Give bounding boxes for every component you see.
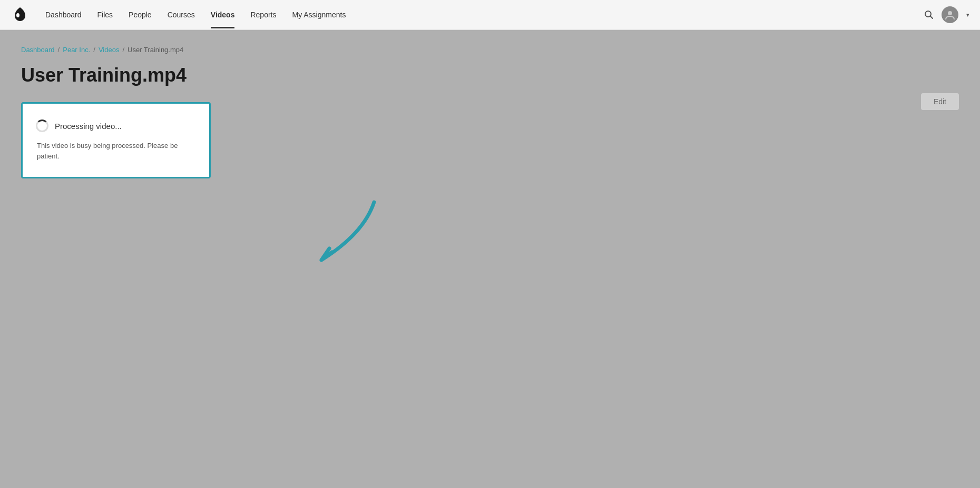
nav-links: Dashboard Files People Courses Videos Re…	[45, 1, 924, 28]
loading-spinner	[36, 119, 48, 132]
svg-point-3	[948, 11, 952, 15]
breadcrumb: Dashboard / Pear Inc. / Videos / User Tr…	[21, 46, 959, 54]
breadcrumb-sep-1: /	[58, 46, 60, 54]
app-logo[interactable]	[11, 5, 30, 24]
breadcrumb-videos[interactable]: Videos	[99, 46, 120, 54]
nav-dashboard[interactable]: Dashboard	[45, 1, 82, 28]
user-menu-chevron[interactable]: ▾	[966, 12, 969, 18]
search-button[interactable]	[924, 10, 934, 19]
video-area: Processing video... This video is busy b…	[21, 102, 211, 178]
nav-reports[interactable]: Reports	[250, 1, 276, 28]
edit-button[interactable]: Edit	[921, 93, 959, 110]
processing-description: This video is busy being processed. Plea…	[36, 141, 196, 161]
breadcrumb-org[interactable]: Pear Inc.	[63, 46, 90, 54]
svg-line-2	[930, 16, 933, 19]
processing-title: Processing video...	[55, 122, 122, 131]
processing-header: Processing video...	[36, 119, 196, 132]
nav-files[interactable]: Files	[97, 1, 113, 28]
nav-videos[interactable]: Videos	[211, 1, 235, 28]
nav-courses[interactable]: Courses	[168, 1, 195, 28]
navbar: Dashboard Files People Courses Videos Re…	[0, 0, 980, 30]
svg-point-0	[16, 13, 19, 17]
nav-people[interactable]: People	[129, 1, 152, 28]
search-icon	[924, 10, 934, 19]
arrow-annotation	[269, 192, 390, 286]
breadcrumb-sep-2: /	[93, 46, 95, 54]
breadcrumb-sep-3: /	[122, 46, 124, 54]
video-processing-box: Processing video... This video is busy b…	[21, 102, 211, 178]
main-content: Dashboard / Pear Inc. / Videos / User Tr…	[0, 30, 980, 194]
page-title: User Training.mp4	[21, 64, 959, 86]
nav-my-assignments[interactable]: My Assignments	[292, 1, 346, 28]
nav-right: ▾	[924, 6, 969, 23]
breadcrumb-current: User Training.mp4	[128, 46, 183, 54]
avatar[interactable]	[942, 6, 958, 23]
breadcrumb-dashboard[interactable]: Dashboard	[21, 46, 55, 54]
